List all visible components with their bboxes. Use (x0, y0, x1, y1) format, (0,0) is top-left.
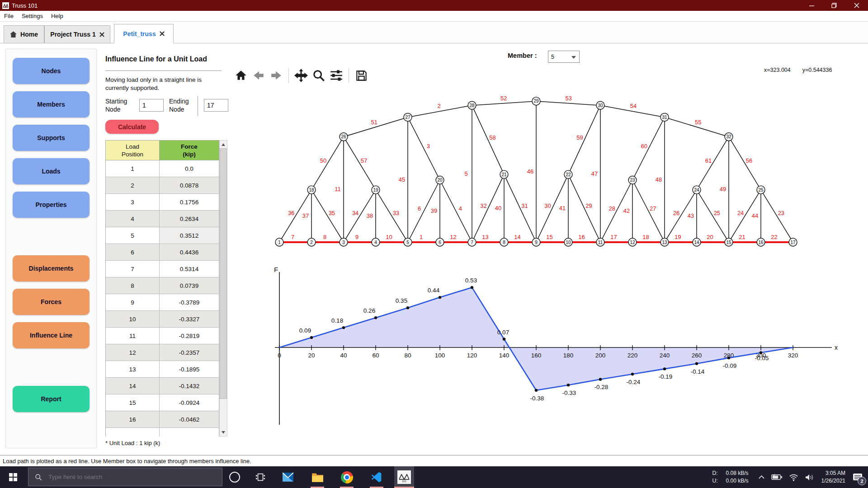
back-button[interactable] (252, 68, 265, 83)
table-row[interactable]: 50.3512 (106, 227, 220, 244)
data-point[interactable] (374, 316, 377, 319)
table-row[interactable]: 20.0878 (106, 177, 220, 194)
table-row[interactable]: 13-0.1895 (106, 361, 220, 378)
force-cell[interactable]: -0.1432 (160, 378, 219, 394)
taskbar-mail[interactable] (278, 466, 298, 488)
data-point[interactable] (310, 336, 313, 339)
data-point[interactable] (342, 326, 345, 329)
tab-home[interactable]: Home (4, 25, 44, 43)
pan-button[interactable] (294, 68, 308, 83)
table-row[interactable]: 14-0.1432 (106, 378, 220, 394)
sidebar-item-displacements[interactable]: Displacements (13, 255, 90, 282)
sidebar-item-influence-line[interactable]: Influence Line (13, 322, 90, 348)
taskbar-file-explorer[interactable] (307, 466, 327, 488)
tab-petit-truss[interactable]: Petit_truss (114, 24, 174, 43)
scrollbar-thumb[interactable] (220, 148, 227, 399)
search-input[interactable] (47, 473, 212, 481)
table-row-partial[interactable] (106, 428, 220, 436)
menu-file[interactable]: File (0, 11, 18, 21)
data-point[interactable] (599, 378, 602, 380)
minimize-button[interactable] (800, 0, 823, 11)
force-cell[interactable]: 0.3512 (160, 227, 219, 244)
menu-help[interactable]: Help (47, 11, 67, 21)
table-row[interactable]: 12-0.2357 (106, 344, 220, 361)
sidebar-item-properties[interactable]: Properties (13, 192, 90, 218)
force-cell[interactable]: -0.1895 (160, 361, 219, 378)
tab-project-truss-1[interactable]: Project Truss 1 (44, 25, 110, 43)
taskbar-vscode[interactable] (367, 466, 387, 488)
sidebar-item-members[interactable]: Members (13, 91, 90, 117)
taskbar-chrome[interactable] (337, 466, 357, 488)
starting-node-input[interactable] (139, 99, 164, 112)
data-point[interactable] (567, 384, 570, 386)
wifi-status[interactable] (789, 474, 798, 481)
clock[interactable]: 3:05 AM 1/26/2021 (821, 469, 845, 485)
menu-settings[interactable]: Settings (18, 11, 47, 21)
data-point[interactable] (439, 296, 441, 299)
force-cell[interactable]: -0.3789 (160, 294, 219, 311)
load-position-cell[interactable]: 14 (106, 378, 160, 394)
force-cell[interactable]: 0.0739 (160, 277, 219, 294)
volume-status[interactable] (805, 474, 815, 481)
close-tab-icon[interactable] (160, 31, 165, 36)
calculate-button[interactable]: Calculate (105, 120, 159, 134)
tray-expand-button[interactable] (758, 475, 765, 479)
taskbar-search[interactable] (28, 468, 222, 486)
force-cell[interactable]: -0.0462 (160, 411, 219, 428)
table-row[interactable]: 10.0 (106, 160, 220, 177)
load-position-cell[interactable]: 3 (106, 194, 160, 211)
sidebar-item-loads[interactable]: Loads (13, 158, 90, 184)
table-row[interactable]: 30.1756 (106, 194, 220, 211)
force-cell[interactable]: 0.1756 (160, 194, 219, 211)
home-view-button[interactable] (234, 68, 248, 83)
table-row[interactable]: 10-0.3327 (106, 311, 220, 328)
table-scrollbar[interactable] (219, 140, 227, 436)
force-cell[interactable]: 0.5314 (160, 261, 219, 277)
battery-status[interactable] (771, 474, 783, 480)
data-point[interactable] (663, 367, 666, 370)
data-point[interactable] (760, 351, 762, 354)
zoom-button[interactable] (312, 68, 326, 83)
data-point[interactable] (503, 338, 505, 340)
load-position-cell[interactable]: 15 (106, 394, 160, 411)
load-position-cell[interactable]: 6 (106, 244, 160, 261)
load-position-cell[interactable]: 9 (106, 294, 160, 311)
taskbar-cortana[interactable] (225, 466, 245, 488)
start-button[interactable] (0, 466, 26, 488)
force-cell[interactable]: 0.0878 (160, 177, 219, 194)
data-point[interactable] (535, 389, 538, 392)
save-figure-button[interactable] (354, 68, 368, 83)
table-row[interactable]: 70.5314 (106, 261, 220, 277)
load-position-cell[interactable]: 5 (106, 227, 160, 244)
forward-button[interactable] (269, 68, 283, 83)
sidebar-item-forces[interactable]: Forces (13, 289, 90, 315)
data-point[interactable] (631, 373, 634, 375)
force-cell[interactable]: 0.0 (160, 160, 219, 177)
close-button[interactable] (845, 0, 868, 11)
scroll-up-icon[interactable] (220, 141, 227, 148)
load-position-cell[interactable]: 16 (106, 411, 160, 428)
influence-line-chart[interactable]: Fx02040608010012014016018020022024026028… (267, 266, 850, 440)
force-cell[interactable]: 0.2634 (160, 211, 219, 227)
force-cell[interactable]: 0.4436 (160, 244, 219, 261)
force-cell[interactable]: -0.2357 (160, 344, 219, 361)
title-bar[interactable]: Truss 101 (0, 0, 868, 11)
force-cell[interactable]: -0.0924 (160, 394, 219, 411)
member-select[interactable]: 5 (548, 51, 580, 63)
taskbar-task-view[interactable] (250, 466, 270, 488)
load-position-cell[interactable]: 13 (106, 361, 160, 378)
load-position-cell[interactable]: 11 (106, 328, 160, 344)
scroll-down-icon[interactable] (220, 428, 227, 436)
table-row[interactable]: 16-0.0462 (106, 411, 220, 428)
load-position-cell[interactable]: 10 (106, 311, 160, 328)
load-position-cell[interactable]: 1 (106, 160, 160, 177)
sidebar-item-nodes[interactable]: Nodes (13, 58, 90, 84)
force-cell[interactable]: -0.3327 (160, 311, 219, 328)
data-point[interactable] (727, 357, 730, 359)
ending-node-input[interactable] (204, 99, 228, 112)
load-position-cell[interactable]: 2 (106, 177, 160, 194)
sidebar-item-supports[interactable]: Supports (13, 125, 90, 151)
load-position-cell[interactable]: 8 (106, 277, 160, 294)
table-row[interactable]: 15-0.0924 (106, 394, 220, 411)
data-point[interactable] (471, 286, 473, 289)
